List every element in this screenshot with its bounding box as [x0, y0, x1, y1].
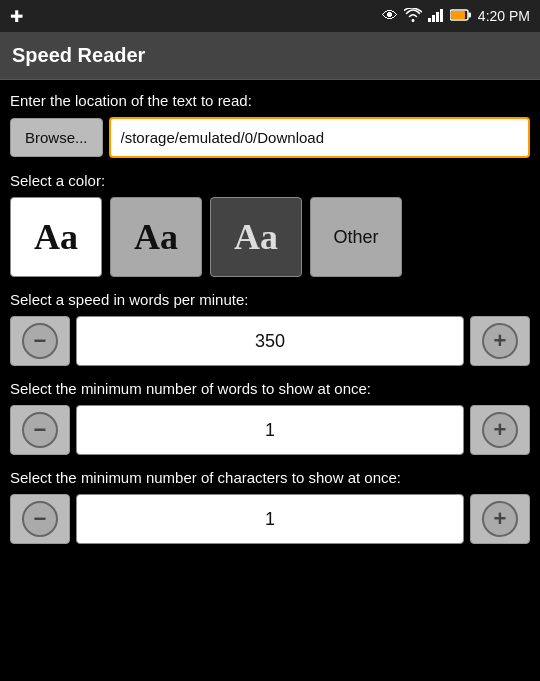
svg-rect-3 [440, 9, 443, 22]
min-words-value-display: 1 [76, 405, 464, 455]
min-words-plus-icon: + [494, 419, 507, 441]
battery-icon [450, 8, 472, 24]
speed-value: 350 [255, 331, 285, 352]
speed-section: Select a speed in words per minute: − 35… [10, 291, 530, 366]
color-option-other[interactable]: Other [310, 197, 402, 277]
speed-plus-icon: + [494, 330, 507, 352]
color-option-gray[interactable]: Aa [110, 197, 202, 277]
speed-plus-circle: + [482, 323, 518, 359]
min-words-minus-icon: − [34, 419, 47, 441]
main-content: Enter the location of the text to read: … [0, 80, 540, 570]
status-left: ✚ [10, 7, 23, 26]
min-chars-minus-circle: − [22, 501, 58, 537]
svg-rect-1 [432, 15, 435, 22]
min-words-minus-button[interactable]: − [10, 405, 70, 455]
color-option-other-label: Other [333, 227, 378, 248]
speed-value-display: 350 [76, 316, 464, 366]
status-right: 👁 4:20 PM [382, 7, 530, 25]
min-chars-minus-icon: − [34, 508, 47, 530]
speed-minus-icon: − [34, 330, 47, 352]
speed-minus-circle: − [22, 323, 58, 359]
color-option-gray-label: Aa [134, 216, 178, 258]
color-option-dark-label: Aa [234, 216, 278, 258]
min-chars-minus-button[interactable]: − [10, 494, 70, 544]
status-time: 4:20 PM [478, 8, 530, 24]
status-bar: ✚ 👁 [0, 0, 540, 32]
min-words-section: Select the minimum number of words to sh… [10, 380, 530, 455]
color-section-label: Select a color: [10, 172, 530, 189]
speed-plus-button[interactable]: + [470, 316, 530, 366]
min-chars-spinner-row: − 1 + [10, 494, 530, 544]
svg-rect-5 [468, 13, 471, 18]
browse-button[interactable]: Browse... [10, 118, 103, 157]
min-words-plus-circle: + [482, 412, 518, 448]
color-section: Select a color: Aa Aa Aa Other [10, 172, 530, 277]
min-chars-plus-button[interactable]: + [470, 494, 530, 544]
signal-icon [428, 8, 444, 25]
color-options: Aa Aa Aa Other [10, 197, 530, 277]
file-path-row: Browse... [10, 117, 530, 158]
min-words-plus-button[interactable]: + [470, 405, 530, 455]
title-bar: Speed Reader [0, 32, 540, 80]
file-path-input[interactable] [109, 117, 530, 158]
min-chars-plus-icon: + [494, 508, 507, 530]
speed-minus-button[interactable]: − [10, 316, 70, 366]
min-words-section-label: Select the minimum number of words to sh… [10, 380, 530, 397]
min-chars-value-display: 1 [76, 494, 464, 544]
min-chars-plus-circle: + [482, 501, 518, 537]
svg-rect-2 [436, 12, 439, 22]
speed-spinner-row: − 350 + [10, 316, 530, 366]
svg-rect-0 [428, 18, 431, 22]
color-option-white[interactable]: Aa [10, 197, 102, 277]
eye-icon: 👁 [382, 7, 398, 25]
svg-rect-6 [451, 11, 465, 19]
wifi-icon [404, 8, 422, 25]
min-chars-section: Select the minimum number of characters … [10, 469, 530, 544]
min-words-value: 1 [265, 420, 275, 441]
color-option-dark[interactable]: Aa [210, 197, 302, 277]
color-option-white-label: Aa [34, 216, 78, 258]
file-section-label: Enter the location of the text to read: [10, 92, 530, 109]
usb-icon: ✚ [10, 7, 23, 26]
min-words-minus-circle: − [22, 412, 58, 448]
min-chars-value: 1 [265, 509, 275, 530]
app-title: Speed Reader [12, 44, 145, 67]
min-words-spinner-row: − 1 + [10, 405, 530, 455]
min-chars-section-label: Select the minimum number of characters … [10, 469, 530, 486]
speed-section-label: Select a speed in words per minute: [10, 291, 530, 308]
